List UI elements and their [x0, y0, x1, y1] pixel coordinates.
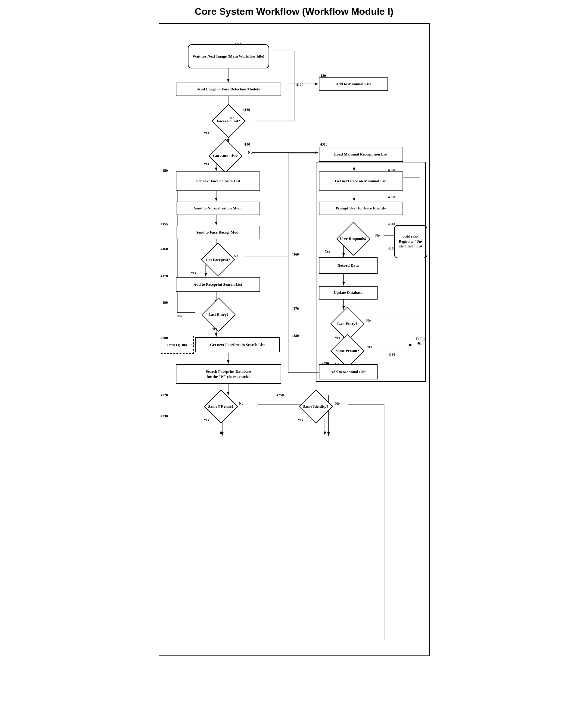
node-4170: Add to Faceprint Search List: [176, 277, 260, 292]
label-4230-yes: Yes: [204, 418, 209, 423]
label-4120: 4120: [296, 82, 303, 87]
bottom-arrow-right: [313, 420, 337, 438]
label-4190-no: No: [177, 314, 182, 318]
node-4110: Wait for Next Image (Main Workflow Idle): [188, 44, 269, 68]
node-4250: Same Identity?: [284, 393, 347, 420]
label-4230: 4230: [161, 414, 168, 418]
node-4180: Add to Mannual List: [319, 77, 388, 91]
page-title: Core System Workflow (Workflow Module I): [6, 6, 582, 17]
label-4140-yes: Yes: [204, 162, 209, 166]
node-4310: Load Mannual Recognition List: [319, 147, 403, 162]
bottom-arrow-left: [209, 420, 233, 438]
label-4310: 4310: [320, 142, 328, 147]
fig4b-from-box: From Fig 4(b): [161, 336, 194, 354]
node-4190: Last Entry?: [189, 301, 248, 328]
label-4250-yes: Yes: [298, 418, 303, 423]
node-4220: Same FP class?: [189, 393, 253, 420]
label-4130-no: No: [230, 116, 234, 120]
label-4380: 4380: [292, 334, 299, 338]
label-4160-yes: Yes: [191, 271, 196, 275]
node-4210: Search Faceprint Database for the "N" cl…: [176, 364, 281, 384]
label-4170: 4170: [161, 274, 168, 278]
label-4155: 4155: [161, 222, 168, 227]
right-section-border: [316, 162, 426, 382]
diagram-container: 4110 4120 4130 4140 4150 4155 4160 4170 …: [159, 23, 430, 656]
label-4220: 4220: [161, 393, 168, 398]
label-4160-no: No: [234, 254, 238, 258]
label-4140-no: No: [248, 150, 253, 155]
label-4150: 4150: [161, 168, 168, 173]
node-normalization: Send to Normalization Mod.: [176, 202, 260, 215]
label-4190: 4190: [161, 300, 168, 305]
label-4250-no: No: [335, 401, 340, 406]
label-4220-no: No: [239, 401, 244, 406]
node-send-image: Send Image to Face Detection Module: [176, 82, 281, 96]
label-4370: 4370: [292, 306, 299, 311]
label-4250: 4250: [277, 393, 284, 398]
node-4200: Get next FacePrnt in Search List: [195, 337, 280, 352]
label-4160: 4160: [161, 247, 168, 251]
node-4150: Get next Face on Auto List: [176, 171, 260, 191]
label-4200-yes: Yes: [212, 327, 217, 331]
label-4360: 4360: [292, 252, 299, 257]
node-face-recog: Send to Face Recog. Mod.: [176, 226, 260, 239]
node-4160: Got Faceprnt?: [188, 246, 248, 273]
node-4140: Got Auto List?: [192, 142, 259, 169]
label-4130-yes: Yes: [204, 131, 209, 135]
